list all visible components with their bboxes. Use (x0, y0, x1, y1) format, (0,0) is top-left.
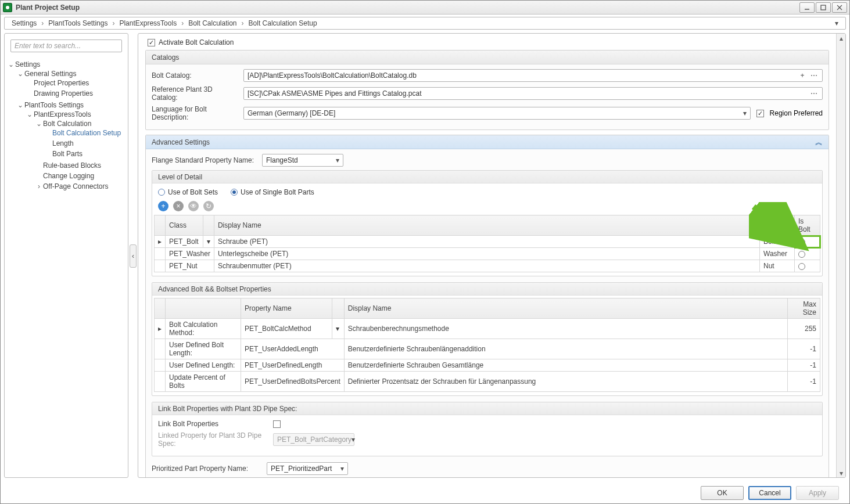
col-prop-name[interactable]: Property Name (241, 298, 332, 319)
tree-item-drawing-properties[interactable]: Drawing Properties (27, 88, 125, 99)
radio-bolt-sets[interactable]: Use of Bolt Sets (158, 188, 218, 196)
group-header-advanced[interactable]: Advanced Settings ︽ (146, 135, 829, 149)
tree-item-project-properties[interactable]: Project Properties (27, 78, 125, 88)
table-row[interactable]: User Defined Length: PET_UserDefinedLeng… (155, 359, 820, 372)
link-bolt-checkbox[interactable] (273, 420, 281, 428)
tree-item-rule-based-blocks[interactable]: Rule-based Blocks (36, 160, 125, 171)
cell-part-type[interactable]: Nut (760, 260, 795, 272)
breadcrumb-item[interactable]: Settings (12, 19, 37, 27)
cell-prop[interactable]: PET_BoltCalcMethod (241, 319, 332, 339)
cell-max[interactable]: -1 (788, 339, 820, 359)
collapse-left-button[interactable]: ‹ (130, 244, 137, 268)
cell-prop[interactable]: PET_UserAddedLength (241, 339, 345, 359)
col-max-size[interactable]: Max Size (788, 298, 820, 319)
col-pointer (155, 215, 166, 236)
tree-item-bolt-parts[interactable]: Bolt Parts (45, 149, 125, 159)
group-advanced-settings: Advanced Settings ︽ Flange Standard Prop… (145, 135, 829, 477)
table-row[interactable]: Update Percent of Bolts PET_UserDefinedB… (155, 372, 820, 392)
ok-button[interactable]: OK (701, 486, 744, 500)
radio-single-bolt-parts[interactable]: Use of Single Bolt Parts (231, 188, 314, 196)
close-button[interactable] (832, 2, 847, 13)
cancel-button[interactable]: Cancel (748, 486, 791, 500)
tree-item-settings[interactable]: ⌄Settings ⌄General Settings Project Prop… (8, 59, 125, 195)
tree-item-change-logging[interactable]: Change Logging (36, 171, 125, 181)
col-display[interactable]: Display Name (344, 298, 787, 319)
scroll-down-icon[interactable]: ▾ (837, 469, 845, 477)
cell-display[interactable]: Schraube (PET) (214, 236, 759, 248)
tree-item-general-settings[interactable]: ⌄General Settings Project Properties Dra… (17, 69, 125, 100)
col-display-name[interactable]: Display Name (214, 215, 759, 236)
cell-class[interactable]: PET_Bolt (166, 236, 203, 248)
prioritized-combobox[interactable]: PET_PrioritizedPart ▾ (267, 462, 348, 475)
search-input[interactable] (10, 39, 122, 52)
cell-display[interactable]: Schraubenberechnungsmethode (344, 319, 787, 339)
table-row[interactable]: User Defined Bolt Length: PET_UserAddedL… (155, 339, 820, 359)
flange-combobox[interactable]: FlangeStd ▾ (262, 154, 343, 167)
language-combobox[interactable]: German (Germany) [DE-DE] ▾ (243, 107, 751, 120)
cell-display[interactable]: Unterlegscheibe (PET) (214, 248, 759, 260)
col-class[interactable]: Class (166, 215, 203, 236)
tree-item-off-page-connectors[interactable]: ›Off-Page Connectors (36, 181, 125, 192)
cell-max[interactable]: -1 (788, 372, 820, 392)
ellipsis-icon[interactable]: ⋯ (809, 89, 819, 98)
ellipsis-icon[interactable]: ⋯ (809, 71, 819, 80)
cell-display[interactable]: Definierter Prozentsatz der Schrauben fü… (344, 372, 787, 392)
cell-label: User Defined Bolt Length: (166, 339, 241, 359)
table-row[interactable]: PET_Nut Schraubenmutter (PET) Nut (155, 260, 820, 272)
table-row[interactable]: ▸ PET_Bolt ▾ Schraube (PET) Bolt (155, 236, 820, 248)
radio-label: Use of Single Bolt Parts (241, 188, 314, 196)
table-row[interactable]: PET_Washer Unterlegscheibe (PET) Washer (155, 248, 820, 260)
tree-item-length[interactable]: Length (45, 138, 125, 149)
tree-item-bolt-calculation[interactable]: ⌄Bolt Calculation Bolt Calculation Setup… (36, 118, 125, 160)
tree-label: General Settings (24, 70, 76, 78)
bolt-catalog-field[interactable]: [AD]\PlantExpressTools\BoltCalculation\B… (243, 69, 823, 82)
cell-is-bolt[interactable] (795, 260, 820, 272)
tree-label: Bolt Parts (52, 150, 83, 158)
add-row-button[interactable]: + (158, 201, 168, 211)
add-icon[interactable]: + (798, 71, 807, 80)
tree-item-planttools-settings[interactable]: ⌄PlantTools Settings ⌄PlantExpressTools … (17, 100, 125, 194)
cell-class[interactable]: PET_Nut (166, 260, 214, 272)
cell-part-type[interactable]: Bolt (760, 236, 795, 248)
col-is-bolt[interactable]: Is Bolt (795, 215, 820, 236)
cell-display[interactable]: Benutzerdefinierte Schraubenlängenadditi… (344, 339, 787, 359)
col-part-type[interactable]: Part Type (760, 215, 795, 236)
refresh-button[interactable]: ↻ (203, 201, 214, 211)
cell-max[interactable]: 255 (788, 319, 820, 339)
cell-part-type[interactable]: Washer (760, 248, 795, 260)
region-preferred-checkbox[interactable] (756, 110, 764, 117)
breadcrumb-item[interactable]: Bolt Calculation Setup (249, 19, 317, 27)
scroll-up-icon[interactable]: ▴ (837, 34, 845, 42)
current-row-icon: ▸ (155, 236, 166, 248)
cell-is-bolt[interactable] (795, 236, 820, 248)
ref-catalog-field[interactable]: [SC]\CPak ASME\ASME Pipes and Fittings C… (243, 87, 823, 100)
tree-label: PlantTools Settings (24, 101, 84, 109)
cell-class[interactable]: PET_Washer (166, 248, 214, 260)
dropdown-icon[interactable]: ▾ (203, 236, 214, 248)
breadcrumb-dropdown-icon[interactable]: ▾ (835, 19, 838, 27)
cell-is-bolt[interactable] (795, 248, 820, 260)
activate-bolt-calc-checkbox[interactable] (148, 39, 155, 46)
breadcrumb-item[interactable]: PlantTools Settings (48, 19, 107, 27)
cell-prop[interactable]: PET_UserDefinedBoltsPercent (241, 372, 345, 392)
dropdown-icon[interactable]: ▾ (332, 319, 344, 339)
remove-row-button[interactable]: × (173, 201, 184, 211)
cell-display[interactable]: Schraubenmutter (PET) (214, 260, 759, 272)
view-button[interactable]: 👁 (188, 201, 199, 211)
vertical-scrollbar[interactable]: ▴ ▾ (836, 34, 845, 477)
chevron-down-icon: ▾ (336, 156, 339, 164)
group-catalogs: Catalogs Bolt Catalog: [AD]\PlantExpress… (145, 50, 829, 130)
table-row[interactable]: ▸ Bolt Calculation Method: PET_BoltCalcM… (155, 319, 820, 339)
tree-item-bolt-calc-setup[interactable]: Bolt Calculation Setup (45, 128, 125, 138)
cell-prop[interactable]: PET_UserDefinedLength (241, 359, 345, 372)
tree-item-plantexpresstools[interactable]: ⌄PlantExpressTools ⌄Bolt Calculation Bol… (27, 109, 125, 193)
cell-display[interactable]: Benutzerdefinierte Schrauben Gesamtlänge (344, 359, 787, 372)
cell-max[interactable]: -1 (788, 359, 820, 372)
footer: OK Cancel Apply (1, 481, 849, 503)
group-title: Link Bolt Properties with Plant 3D Pipe … (158, 405, 297, 413)
maximize-button[interactable] (816, 2, 831, 13)
breadcrumb-item[interactable]: Bolt Calculation (188, 19, 236, 27)
main-scroll-area[interactable]: Activate Bolt Calculation Catalogs Bolt … (138, 34, 836, 477)
breadcrumb-item[interactable]: PlantExpressTools (119, 19, 177, 27)
minimize-button[interactable] (799, 2, 815, 13)
